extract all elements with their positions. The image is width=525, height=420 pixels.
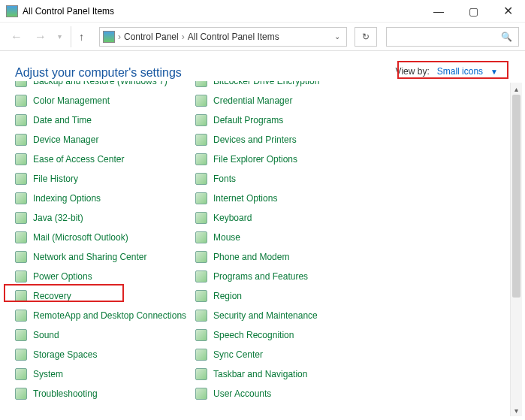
vertical-scrollbar[interactable]: ▴ ▾ [510, 83, 522, 416]
cp-item-fonts[interactable]: Fonts [195, 169, 376, 189]
sync-center-icon [195, 349, 207, 361]
cp-item-file-explorer-options[interactable]: File Explorer Options [195, 150, 376, 169]
cp-item-label: Sync Center [213, 349, 263, 360]
cp-item-bitlocker-drive-encryption[interactable]: BitLocker Drive Encryption [195, 81, 376, 91]
cp-item-date-and-time[interactable]: Date and Time [15, 110, 195, 130]
cp-item-label: Speech Recognition [213, 330, 294, 340]
cp-item-recovery[interactable]: Recovery [15, 286, 195, 306]
refresh-button[interactable]: ↻ [355, 27, 377, 47]
cp-item-credential-manager[interactable]: Credential Manager [195, 91, 376, 110]
cp-item-sound[interactable]: Sound [15, 325, 195, 345]
view-by-label: View by: [396, 66, 430, 77]
cp-item-mail-microsoft-outlook[interactable]: Mail (Microsoft Outlook) [15, 228, 195, 247]
cp-item-label: Credential Manager [213, 95, 292, 106]
cp-item-phone-and-modem[interactable]: Phone and Modem [195, 247, 376, 267]
scroll-thumb[interactable] [512, 95, 520, 298]
address-bar[interactable]: › Control Panel › All Control Panel Item… [99, 27, 347, 47]
cp-item-programs-and-features[interactable]: Programs and Features [195, 267, 376, 286]
credential-manager-icon [195, 95, 207, 107]
cp-item-remoteapp-and-desktop-connections[interactable]: RemoteApp and Desktop Connections [15, 306, 195, 325]
view-by-selector[interactable]: View by: Small icons ▼ [391, 65, 502, 78]
file-explorer-options-icon [195, 153, 207, 165]
cp-item-label: Keyboard [213, 213, 252, 223]
cp-item-label: Region [213, 291, 242, 301]
breadcrumb-part[interactable]: Control Panel [124, 32, 179, 42]
cp-item-label: Indexing Options [33, 193, 101, 204]
cp-item-label: Security and Maintenance [213, 310, 318, 321]
titlebar: All Control Panel Items — ▢ ✕ [0, 0, 525, 23]
cp-item-devices-and-printers[interactable]: Devices and Printers [195, 130, 376, 150]
phone-and-modem-icon [195, 251, 207, 263]
history-dropdown[interactable]: ▾ [54, 26, 65, 47]
cp-item-label: Fonts [213, 174, 236, 184]
scroll-track[interactable] [511, 95, 522, 404]
cp-item-troubleshooting[interactable]: Troubleshooting [15, 384, 195, 403]
cp-item-label: Programs and Features [213, 271, 308, 282]
file-history-icon [15, 173, 27, 185]
cp-item-label: Mouse [213, 232, 240, 243]
forward-button[interactable]: → [30, 26, 51, 47]
indexing-options-icon [15, 192, 27, 204]
cp-item-label: Default Programs [213, 115, 283, 125]
cp-item-java-32-bit[interactable]: Java (32-bit) [15, 208, 195, 228]
cp-item-label: File Explorer Options [213, 154, 297, 165]
user-accounts-icon [195, 388, 207, 400]
cp-item-mouse[interactable]: Mouse [195, 228, 376, 247]
back-button[interactable]: ← [6, 26, 27, 47]
cp-item-label: RemoteApp and Desktop Connections [33, 310, 186, 321]
cp-item-region[interactable]: Region [195, 286, 376, 306]
cp-item-label: Java (32-bit) [33, 213, 83, 223]
cp-item-sync-center[interactable]: Sync Center [195, 345, 376, 364]
search-input[interactable]: 🔍 [386, 27, 519, 47]
device-manager-icon [15, 134, 27, 146]
scroll-down-button[interactable]: ▾ [511, 404, 522, 416]
cp-item-security-and-maintenance[interactable]: Security and Maintenance [195, 306, 376, 325]
cp-item-label: Date and Time [33, 115, 92, 125]
cp-item-label: Backup and Restore (Windows 7) [33, 81, 167, 86]
cp-item-ease-of-access-center[interactable]: Ease of Access Center [15, 150, 195, 169]
cp-item-internet-options[interactable]: Internet Options [195, 189, 376, 208]
cp-item-system[interactable]: System [15, 364, 195, 384]
cp-item-power-options[interactable]: Power Options [15, 267, 195, 286]
cp-item-label: Internet Options [213, 193, 277, 204]
close-button[interactable]: ✕ [490, 0, 525, 23]
cp-item-label: Phone and Modem [213, 252, 289, 262]
mail-microsoft-outlook-icon [15, 231, 27, 243]
items-area: Backup and Restore (Windows 7)Color Mana… [0, 81, 509, 419]
cp-item-label: Troubleshooting [33, 388, 98, 399]
security-and-maintenance-icon [195, 310, 207, 322]
up-button[interactable]: ↑ [71, 26, 92, 47]
cp-item-label: Device Manager [33, 134, 98, 145]
maximize-button[interactable]: ▢ [456, 0, 490, 23]
backup-and-restore-windows-7-icon [15, 81, 27, 87]
cp-item-indexing-options[interactable]: Indexing Options [15, 189, 195, 208]
cp-item-taskbar-and-navigation[interactable]: Taskbar and Navigation [195, 364, 376, 384]
chevron-down-icon: ▼ [490, 68, 498, 76]
cp-item-network-and-sharing-center[interactable]: Network and Sharing Center [15, 247, 195, 267]
cp-item-label: Sound [33, 330, 59, 340]
breadcrumb-separator: › [182, 32, 185, 42]
minimize-button[interactable]: — [421, 0, 456, 23]
breadcrumb-part[interactable]: All Control Panel Items [188, 32, 279, 42]
cp-item-user-accounts[interactable]: User Accounts [195, 384, 376, 403]
bitlocker-drive-encryption-icon [195, 81, 207, 87]
cp-item-file-history[interactable]: File History [15, 169, 195, 189]
cp-item-keyboard[interactable]: Keyboard [195, 208, 376, 228]
cp-item-color-management[interactable]: Color Management [15, 91, 195, 110]
cp-item-label: Recovery [33, 291, 71, 301]
cp-item-default-programs[interactable]: Default Programs [195, 110, 376, 130]
address-dropdown[interactable]: ⌄ [331, 32, 343, 41]
cp-item-label: Devices and Printers [213, 134, 297, 145]
power-options-icon [15, 270, 27, 283]
cp-item-speech-recognition[interactable]: Speech Recognition [195, 325, 376, 345]
sound-icon [15, 329, 27, 341]
cp-item-label: Power Options [33, 271, 92, 282]
ease-of-access-center-icon [15, 153, 27, 165]
storage-spaces-icon [15, 349, 27, 361]
color-management-icon [15, 95, 27, 107]
cp-item-backup-and-restore-windows-7[interactable]: Backup and Restore (Windows 7) [15, 81, 195, 91]
control-panel-icon [6, 5, 18, 17]
cp-item-device-manager[interactable]: Device Manager [15, 130, 195, 150]
scroll-up-button[interactable]: ▴ [511, 83, 522, 95]
cp-item-storage-spaces[interactable]: Storage Spaces [15, 345, 195, 364]
